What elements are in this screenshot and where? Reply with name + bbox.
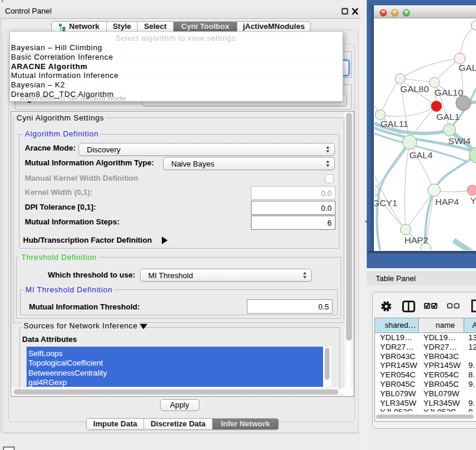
svg-text:GAL11: GAL11 [380,119,408,129]
svg-text:HAP4: HAP4 [435,197,459,207]
svg-text:GAL1: GAL1 [436,112,460,122]
svg-text:GCY1: GCY1 [374,198,397,208]
svg-text:SWI4: SWI4 [448,136,471,146]
svg-text:GAL: GAL [458,63,476,73]
svg-text:GAL80: GAL80 [400,84,429,94]
svg-text:Y: Y [470,195,476,206]
svg-text:HAP2: HAP2 [405,235,429,245]
svg-text:GAL10: GAL10 [435,87,464,97]
svg-text:GAL4: GAL4 [409,150,433,160]
